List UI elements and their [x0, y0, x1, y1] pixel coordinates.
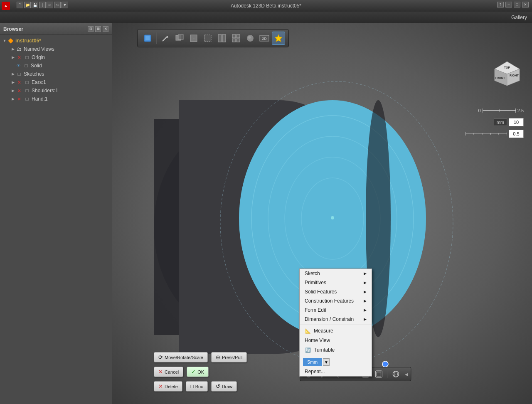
undo-btn[interactable]: ↩	[47, 2, 53, 8]
move-rotate-scale-btn[interactable]: ⟳ Move/Rotate/Scale	[154, 352, 208, 362]
ruler-svg	[483, 106, 516, 115]
ok-label: OK	[197, 370, 204, 374]
browser-title: Browser	[3, 26, 23, 32]
browser-close-btn[interactable]: ✕	[103, 26, 108, 32]
browser-collapse-btn[interactable]: ⊟	[88, 26, 94, 32]
named-views-arrow[interactable]: ▶	[10, 46, 16, 52]
wireframe-btn[interactable]	[373, 369, 384, 379]
end-marker: ◀	[405, 372, 408, 377]
hand-icon: ✕	[16, 96, 22, 102]
menu-measure-label: Measure	[314, 328, 333, 334]
ears-label: Ears:1	[32, 79, 46, 85]
toolbar-box-view-btn[interactable]	[173, 32, 186, 45]
shoulders-folder-icon: □	[24, 87, 30, 94]
delete-icon: ✕	[158, 383, 163, 389]
named-views-label: Named Views	[24, 46, 54, 52]
more-view-btn[interactable]	[390, 369, 401, 379]
snap-dropdown[interactable]: ▼	[323, 358, 330, 366]
titlebar-logo: A	[2, 2, 10, 10]
close-btn[interactable]: ✕	[522, 2, 529, 7]
menu-form-edit[interactable]: Form Edit	[300, 305, 372, 315]
svg-rect-12	[236, 34, 240, 38]
quick-toolbar[interactable]: 🗋 📁 💾 | ↩ ↪ ▼	[17, 2, 68, 8]
svg-point-30	[331, 216, 334, 219]
navigation-cube[interactable]: TOP FRONT RIGHT	[490, 61, 524, 94]
ok-icon: ✓	[191, 369, 196, 375]
menu-sketch-label: Sketch	[305, 271, 320, 276]
tree-root[interactable]: ▼ 🔶 instruct05*	[0, 37, 112, 45]
origin-arrow[interactable]: ▶	[10, 54, 16, 60]
menu-construction-features[interactable]: Construction Features	[300, 296, 372, 305]
toolbar-material-btn[interactable]	[244, 32, 257, 45]
menu-turntable[interactable]: 🔄 Turntable	[300, 345, 372, 355]
browser-header-icons[interactable]: ⊟ ⊞ ✕	[88, 26, 108, 32]
menu-repeat[interactable]: Repeat...	[300, 367, 372, 376]
maximize-btn[interactable]: □	[514, 2, 520, 7]
toolbar-front-view-btn[interactable]: F	[187, 32, 200, 45]
menu-sketch[interactable]: Sketch	[300, 269, 372, 278]
menu-construction-features-label: Construction Features	[305, 298, 354, 304]
viewport[interactable]: TOP FRONT RIGHT Sketch Primitives Solid …	[112, 23, 532, 404]
ok-btn[interactable]: ✓ OK	[187, 367, 209, 377]
browser-expand-btn[interactable]: ⊞	[95, 26, 101, 32]
sketches-label: Sketches	[24, 71, 44, 77]
cancel-btn[interactable]: ✕ Cancel	[154, 367, 183, 377]
info-btn[interactable]: ?	[497, 2, 504, 7]
root-icon: 🔶	[7, 37, 14, 44]
sub-scale-value: 0.5	[509, 130, 524, 138]
toolbar-4way-btn[interactable]	[229, 32, 243, 45]
svg-rect-1	[145, 36, 150, 40]
press-pull-btn[interactable]: ⊕ Press/Pull	[211, 352, 247, 362]
svg-rect-51	[375, 371, 382, 377]
menu-sep2	[300, 356, 372, 356]
hand-arrow[interactable]: ▶	[10, 96, 16, 102]
tree-shoulders[interactable]: ▶ ✕ □ Shoulders:1	[0, 86, 112, 95]
snap-input[interactable]	[303, 358, 322, 366]
window-controls[interactable]: ? – □ ✕	[497, 2, 529, 7]
delete-btn[interactable]: ✕ Delete	[154, 381, 182, 392]
measure-icon: 📐	[305, 328, 311, 334]
toolbar-star-btn[interactable]	[272, 32, 285, 45]
shoulders-icon: ✕	[16, 87, 22, 94]
more-btn[interactable]: ▼	[62, 2, 68, 8]
sketches-arrow[interactable]: ▶	[10, 71, 16, 77]
tree-origin[interactable]: ▶ ✕ □ Origin	[0, 53, 112, 62]
svg-rect-13	[232, 39, 236, 42]
tree-hand[interactable]: ▶ ✕ □ Hand:1	[0, 95, 112, 103]
redo-btn[interactable]: ↪	[54, 2, 61, 8]
save-btn[interactable]: 💾	[32, 2, 38, 8]
gallery-button[interactable]: Gallery	[506, 14, 532, 21]
tree-solid[interactable]: 👁 □ Solid	[0, 62, 112, 70]
toolbar-pencil-btn[interactable]	[159, 32, 172, 45]
new-btn[interactable]: 🗋	[17, 2, 23, 8]
ears-arrow[interactable]: ▶	[10, 79, 16, 85]
menu-primitives[interactable]: Primitives	[300, 278, 372, 287]
tree-ears[interactable]: ▶ ✕ □ Ears:1	[0, 78, 112, 86]
minimize-btn[interactable]: –	[505, 2, 512, 7]
svg-rect-52	[377, 372, 381, 376]
root-arrow[interactable]: ▼	[2, 38, 7, 44]
menu-dimension-label: Dimension / Constrain	[305, 316, 354, 322]
app-logo: A	[2, 2, 10, 10]
toolbar-2d-btn[interactable]: 2D	[258, 32, 271, 45]
shoulders-arrow[interactable]: ▶	[10, 88, 16, 94]
cancel-label: Cancel	[165, 370, 179, 374]
ears-icon: ✕	[16, 79, 22, 86]
box-icon: □	[190, 383, 194, 389]
tree-named-views[interactable]: ▶ 🗂 Named Views	[0, 45, 112, 53]
toolbar-3d-btn[interactable]	[141, 32, 154, 45]
menu-sep1	[300, 325, 372, 325]
svg-marker-41	[321, 377, 323, 378]
toolbar-side-view-btn[interactable]	[201, 32, 214, 45]
hand-folder-icon: □	[24, 96, 30, 102]
menu-measure[interactable]: 📐 Measure	[300, 326, 372, 336]
titlebar: A 🗋 📁 💾 | ↩ ↪ ▼ Autodesk 123D Beta instr…	[0, 0, 532, 12]
menu-solid-features[interactable]: Solid Features	[300, 287, 372, 296]
box-btn[interactable]: □ Box	[186, 381, 208, 392]
toolbar-split-btn[interactable]	[215, 32, 229, 45]
menu-home-view[interactable]: Home View	[300, 336, 372, 345]
tree-sketches[interactable]: ▶ □ Sketches	[0, 70, 112, 78]
menu-dimension[interactable]: Dimension / Constrain	[300, 315, 372, 324]
draw-btn[interactable]: ↺ Draw	[211, 381, 237, 392]
open-btn[interactable]: 📁	[24, 2, 31, 8]
